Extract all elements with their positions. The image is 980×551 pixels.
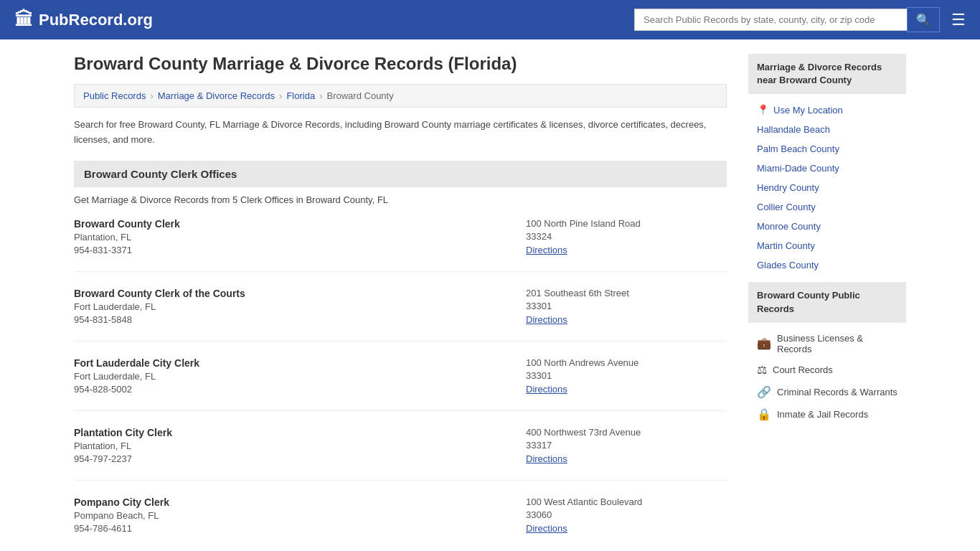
pub-record-label: Inmate & Jail Records [777,409,868,420]
logo-icon: 🏛 [14,9,33,31]
office-right: 100 West Atlantic Boulevard 33060 Direct… [526,496,727,534]
sidebar-nearby-title: Marriage & Divorce Records near Broward … [748,54,906,94]
office-address: 100 North Andrews Avenue [526,357,727,368]
office-entry: Broward County Clerk Plantation, FL 954-… [74,218,727,272]
sidebar-nearby-item[interactable]: Miami-Dade County [748,159,906,178]
pub-record-icon: ⚖ [757,363,767,377]
search-input[interactable] [634,9,907,31]
office-left: Broward County Clerk Plantation, FL 954-… [74,218,526,255]
breadcrumb-current: Broward County [327,90,394,101]
sidebar-pub-records: 💼Business Licenses & Records⚖Court Recor… [748,329,906,425]
sidebar-nearby-item[interactable]: Hallandale Beach [748,120,906,139]
office-zip: 33324 [526,231,727,242]
pub-record-icon: 🔒 [757,408,771,421]
office-right: 201 Southeast 6th Street 33301 Direction… [526,288,727,325]
directions-link[interactable]: Directions [526,523,567,534]
office-address: 201 Southeast 6th Street [526,288,727,298]
office-address: 400 Northwest 73rd Avenue [526,427,727,438]
breadcrumb-sep-1: › [150,90,153,101]
hamburger-button[interactable]: ☰ [951,11,966,29]
breadcrumb-public-records[interactable]: Public Records [83,90,146,101]
office-city: Fort Lauderdale, FL [74,371,526,382]
office-city: Fort Lauderdale, FL [74,301,526,312]
sidebar-pub-record-item[interactable]: 🔒Inmate & Jail Records [748,403,906,425]
office-zip: 33317 [526,440,727,451]
sidebar-pub-record-item[interactable]: ⚖Court Records [748,359,906,381]
sidebar: Marriage & Divorce Records near Broward … [748,54,906,551]
office-phone: 954-828-5002 [74,384,526,395]
search-button[interactable]: 🔍 [907,7,940,32]
page-description: Search for free Broward County, FL Marri… [74,118,727,148]
sidebar-use-location-label: Use My Location [773,105,843,116]
sidebar-nearby-item[interactable]: Martin County [748,236,906,255]
office-right: 400 Northwest 73rd Avenue 33317 Directio… [526,427,727,464]
sidebar-nearby-item[interactable]: Glades County [748,255,906,275]
office-phone: 954-786-4611 [74,523,526,534]
office-zip: 33060 [526,509,727,520]
sidebar-pub-record-item[interactable]: 🔗Criminal Records & Warrants [748,381,906,403]
sidebar-nearby-list: Hallandale BeachPalm Beach CountyMiami-D… [748,120,906,275]
clerk-section-subtext: Get Marriage & Divorce Records from 5 Cl… [74,194,727,205]
office-name: Pompano City Clerk [74,496,526,508]
pub-record-label: Court Records [773,364,833,375]
sidebar-use-location[interactable]: 📍 Use My Location [748,100,906,120]
page-title: Broward County Marriage & Divorce Record… [74,54,727,74]
office-phone: 954-831-3371 [74,245,526,255]
content-area: Broward County Marriage & Divorce Record… [74,54,727,551]
office-phone: 954-797-2237 [74,453,526,464]
sidebar-pub-record-item[interactable]: 💼Business Licenses & Records [748,329,906,359]
site-header: 🏛 PubRecord.org 🔍 ☰ [0,0,980,39]
office-right: 100 North Andrews Avenue 33301 Direction… [526,357,727,395]
office-address: 100 West Atlantic Boulevard [526,496,727,507]
breadcrumb-sep-3: › [319,90,322,101]
office-entry: Pompano City Clerk Pompano Beach, FL 954… [74,496,727,550]
sidebar-public-records-title: Broward County Public Records [748,282,906,322]
pub-record-icon: 💼 [757,336,771,350]
location-icon: 📍 [757,104,769,116]
office-address: 100 North Pine Island Road [526,218,727,229]
office-left: Plantation City Clerk Plantation, FL 954… [74,427,526,464]
sidebar-nearby-item[interactable]: Monroe County [748,217,906,236]
office-city: Pompano Beach, FL [74,510,526,521]
directions-link[interactable]: Directions [526,245,567,255]
sidebar-nearby-item[interactable]: Collier County [748,197,906,217]
clerk-section-header: Broward County Clerk Offices [74,161,727,187]
office-right: 100 North Pine Island Road 33324 Directi… [526,218,727,255]
office-city: Plantation, FL [74,232,526,242]
header-right: 🔍 ☰ [634,7,966,32]
directions-link[interactable]: Directions [526,314,567,325]
office-left: Pompano City Clerk Pompano Beach, FL 954… [74,496,526,534]
logo-text: PubRecord.org [39,11,153,29]
directions-link[interactable]: Directions [526,384,567,395]
office-entry: Broward County Clerk of the Courts Fort … [74,288,727,342]
office-entry: Fort Lauderdale City Clerk Fort Lauderda… [74,357,727,411]
site-logo[interactable]: 🏛 PubRecord.org [14,9,153,31]
office-entry: Plantation City Clerk Plantation, FL 954… [74,427,727,481]
office-name: Fort Lauderdale City Clerk [74,357,526,369]
offices-list: Broward County Clerk Plantation, FL 954-… [74,218,727,550]
breadcrumb-florida[interactable]: Florida [286,90,315,101]
main-container: Broward County Marriage & Divorce Record… [60,39,920,551]
office-left: Broward County Clerk of the Courts Fort … [74,288,526,325]
office-name: Broward County Clerk of the Courts [74,288,526,299]
pub-record-label: Criminal Records & Warrants [777,387,897,397]
office-city: Plantation, FL [74,441,526,451]
pub-record-label: Business Licenses & Records [777,333,897,354]
office-left: Fort Lauderdale City Clerk Fort Lauderda… [74,357,526,395]
office-zip: 33301 [526,370,727,381]
sidebar-nearby-item[interactable]: Palm Beach County [748,139,906,159]
directions-link[interactable]: Directions [526,453,567,464]
office-name: Plantation City Clerk [74,427,526,438]
pub-record-icon: 🔗 [757,385,771,399]
sidebar-nearby-item[interactable]: Hendry County [748,178,906,197]
office-phone: 954-831-5848 [74,314,526,325]
search-bar: 🔍 [634,7,940,32]
breadcrumb: Public Records › Marriage & Divorce Reco… [74,84,727,108]
office-zip: 33301 [526,301,727,311]
breadcrumb-sep-2: › [279,90,282,101]
office-name: Broward County Clerk [74,218,526,230]
breadcrumb-marriage-divorce[interactable]: Marriage & Divorce Records [158,90,275,101]
